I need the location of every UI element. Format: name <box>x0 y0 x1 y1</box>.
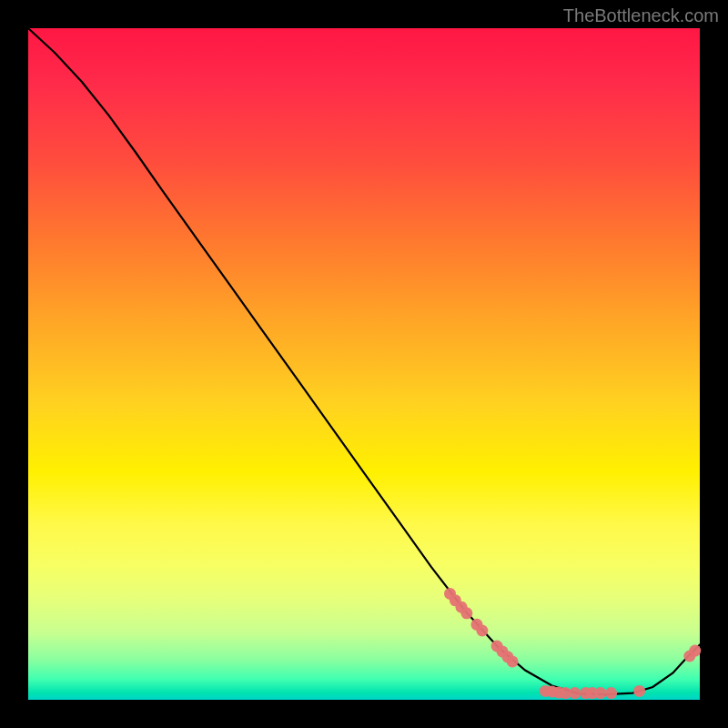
data-points <box>444 588 701 699</box>
data-point <box>594 687 606 699</box>
data-point <box>476 625 488 637</box>
bottleneck-curve <box>28 28 700 694</box>
data-point <box>605 687 617 699</box>
data-point <box>689 645 701 657</box>
data-point <box>569 687 581 699</box>
data-point <box>633 685 645 697</box>
chart-overlay <box>28 28 700 700</box>
data-point <box>507 655 519 667</box>
data-point <box>460 607 472 619</box>
watermark-text: TheBottleneck.com <box>563 5 719 26</box>
